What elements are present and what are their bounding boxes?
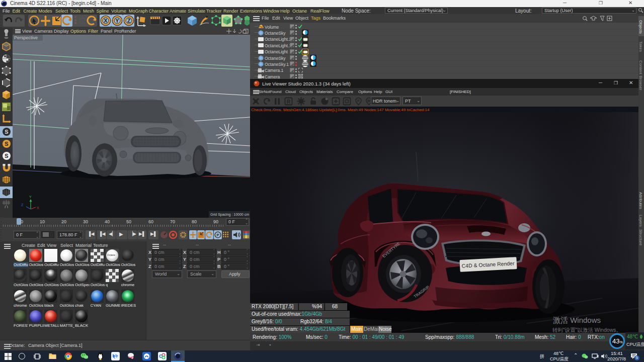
svg-text:Y: Y <box>115 18 119 24</box>
svg-text:转到"设置"以激活 Windows。: 转到"设置"以激活 Windows。 <box>552 327 621 333</box>
svg-text:S: S <box>5 129 8 135</box>
svg-text:P: P <box>216 233 219 237</box>
svg-text:R: R <box>287 99 291 105</box>
svg-text:Z: Z <box>21 203 24 207</box>
svg-text:F: F <box>357 99 360 103</box>
svg-text:S: S <box>5 153 8 159</box>
svg-text:( ): ( ) <box>5 205 8 208</box>
svg-text:Y: Y <box>29 195 32 199</box>
svg-text:激活 Windows: 激活 Windows <box>553 316 601 324</box>
svg-text:S: S <box>5 141 8 147</box>
svg-text:X: X <box>37 206 39 210</box>
svg-text:Z: Z <box>127 18 131 24</box>
svg-text:X: X <box>104 18 108 24</box>
svg-text:Perspective: Perspective <box>14 35 38 40</box>
svg-text:Grid Spacing : 10000 cm: Grid Spacing : 10000 cm <box>210 213 249 217</box>
